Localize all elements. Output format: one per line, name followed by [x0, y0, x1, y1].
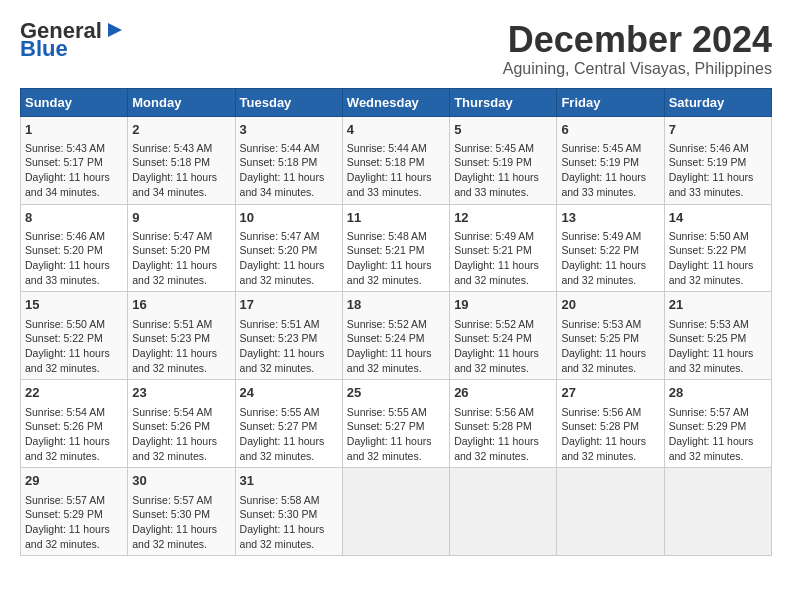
sunrise-label: Sunrise: 5:50 AM [669, 230, 749, 242]
table-row: 31Sunrise: 5:58 AMSunset: 5:30 PMDayligh… [235, 468, 342, 556]
day-number: 6 [561, 121, 659, 139]
day-number: 4 [347, 121, 445, 139]
day-number: 28 [669, 384, 767, 402]
table-row: 28Sunrise: 5:57 AMSunset: 5:29 PMDayligh… [664, 380, 771, 468]
daylight-label: Daylight: 11 hours and 32 minutes. [347, 347, 432, 374]
daylight-label: Daylight: 11 hours and 32 minutes. [669, 435, 754, 462]
table-row: 29Sunrise: 5:57 AMSunset: 5:29 PMDayligh… [21, 468, 128, 556]
daylight-label: Daylight: 11 hours and 34 minutes. [132, 171, 217, 198]
daylight-label: Daylight: 11 hours and 32 minutes. [454, 259, 539, 286]
daylight-label: Daylight: 11 hours and 32 minutes. [561, 259, 646, 286]
daylight-label: Daylight: 11 hours and 33 minutes. [347, 171, 432, 198]
sunrise-label: Sunrise: 5:52 AM [454, 318, 534, 330]
table-row [342, 468, 449, 556]
sunrise-label: Sunrise: 5:46 AM [25, 230, 105, 242]
sunset-label: Sunset: 5:23 PM [240, 332, 318, 344]
calendar-body: 1Sunrise: 5:43 AMSunset: 5:17 PMDaylight… [21, 116, 772, 556]
table-row: 14Sunrise: 5:50 AMSunset: 5:22 PMDayligh… [664, 204, 771, 292]
header-monday: Monday [128, 88, 235, 116]
day-number: 12 [454, 209, 552, 227]
table-row: 26Sunrise: 5:56 AMSunset: 5:28 PMDayligh… [450, 380, 557, 468]
header-friday: Friday [557, 88, 664, 116]
sunset-label: Sunset: 5:18 PM [347, 156, 425, 168]
logo-line2: Blue [20, 38, 68, 60]
daylight-label: Daylight: 11 hours and 32 minutes. [669, 259, 754, 286]
sunset-label: Sunset: 5:24 PM [454, 332, 532, 344]
day-number: 15 [25, 296, 123, 314]
table-row: 1Sunrise: 5:43 AMSunset: 5:17 PMDaylight… [21, 116, 128, 204]
sunrise-label: Sunrise: 5:55 AM [240, 406, 320, 418]
calendar-table: Sunday Monday Tuesday Wednesday Thursday… [20, 88, 772, 557]
header-wednesday: Wednesday [342, 88, 449, 116]
logo-arrow-icon [104, 19, 126, 41]
daylight-label: Daylight: 11 hours and 32 minutes. [669, 347, 754, 374]
sunrise-label: Sunrise: 5:58 AM [240, 494, 320, 506]
daylight-label: Daylight: 11 hours and 32 minutes. [347, 259, 432, 286]
sunset-label: Sunset: 5:20 PM [132, 244, 210, 256]
sunrise-label: Sunrise: 5:47 AM [132, 230, 212, 242]
table-row: 8Sunrise: 5:46 AMSunset: 5:20 PMDaylight… [21, 204, 128, 292]
day-number: 7 [669, 121, 767, 139]
sunset-label: Sunset: 5:19 PM [669, 156, 747, 168]
daylight-label: Daylight: 11 hours and 32 minutes. [132, 259, 217, 286]
table-row [557, 468, 664, 556]
day-number: 23 [132, 384, 230, 402]
day-number: 10 [240, 209, 338, 227]
sunset-label: Sunset: 5:25 PM [561, 332, 639, 344]
sunrise-label: Sunrise: 5:52 AM [347, 318, 427, 330]
table-row: 30Sunrise: 5:57 AMSunset: 5:30 PMDayligh… [128, 468, 235, 556]
daylight-label: Daylight: 11 hours and 32 minutes. [132, 523, 217, 550]
header-saturday: Saturday [664, 88, 771, 116]
day-number: 13 [561, 209, 659, 227]
header-sunday: Sunday [21, 88, 128, 116]
table-row: 21Sunrise: 5:53 AMSunset: 5:25 PMDayligh… [664, 292, 771, 380]
table-row: 25Sunrise: 5:55 AMSunset: 5:27 PMDayligh… [342, 380, 449, 468]
daylight-label: Daylight: 11 hours and 32 minutes. [25, 347, 110, 374]
sunrise-label: Sunrise: 5:49 AM [561, 230, 641, 242]
table-row: 7Sunrise: 5:46 AMSunset: 5:19 PMDaylight… [664, 116, 771, 204]
calendar-subtitle: Aguining, Central Visayas, Philippines [503, 60, 772, 78]
sunrise-label: Sunrise: 5:53 AM [561, 318, 641, 330]
sunrise-label: Sunrise: 5:50 AM [25, 318, 105, 330]
table-row: 4Sunrise: 5:44 AMSunset: 5:18 PMDaylight… [342, 116, 449, 204]
table-row: 18Sunrise: 5:52 AMSunset: 5:24 PMDayligh… [342, 292, 449, 380]
daylight-label: Daylight: 11 hours and 32 minutes. [25, 523, 110, 550]
sunrise-label: Sunrise: 5:43 AM [132, 142, 212, 154]
daylight-label: Daylight: 11 hours and 32 minutes. [347, 435, 432, 462]
day-number: 1 [25, 121, 123, 139]
day-number: 29 [25, 472, 123, 490]
daylight-label: Daylight: 11 hours and 32 minutes. [454, 347, 539, 374]
sunset-label: Sunset: 5:21 PM [347, 244, 425, 256]
sunrise-label: Sunrise: 5:51 AM [240, 318, 320, 330]
day-number: 19 [454, 296, 552, 314]
header-row: Sunday Monday Tuesday Wednesday Thursday… [21, 88, 772, 116]
sunrise-label: Sunrise: 5:51 AM [132, 318, 212, 330]
table-row: 15Sunrise: 5:50 AMSunset: 5:22 PMDayligh… [21, 292, 128, 380]
sunrise-label: Sunrise: 5:55 AM [347, 406, 427, 418]
sunrise-label: Sunrise: 5:56 AM [454, 406, 534, 418]
sunrise-label: Sunrise: 5:54 AM [25, 406, 105, 418]
table-row: 5Sunrise: 5:45 AMSunset: 5:19 PMDaylight… [450, 116, 557, 204]
day-number: 16 [132, 296, 230, 314]
day-number: 25 [347, 384, 445, 402]
daylight-label: Daylight: 11 hours and 33 minutes. [454, 171, 539, 198]
header: General Blue December 2024 Aguining, Cen… [20, 20, 772, 78]
sunset-label: Sunset: 5:25 PM [669, 332, 747, 344]
table-row: 23Sunrise: 5:54 AMSunset: 5:26 PMDayligh… [128, 380, 235, 468]
day-number: 8 [25, 209, 123, 227]
day-number: 31 [240, 472, 338, 490]
table-row: 16Sunrise: 5:51 AMSunset: 5:23 PMDayligh… [128, 292, 235, 380]
table-row: 24Sunrise: 5:55 AMSunset: 5:27 PMDayligh… [235, 380, 342, 468]
calendar-week-row: 8Sunrise: 5:46 AMSunset: 5:20 PMDaylight… [21, 204, 772, 292]
table-row: 11Sunrise: 5:48 AMSunset: 5:21 PMDayligh… [342, 204, 449, 292]
day-number: 9 [132, 209, 230, 227]
daylight-label: Daylight: 11 hours and 32 minutes. [240, 523, 325, 550]
sunrise-label: Sunrise: 5:57 AM [669, 406, 749, 418]
calendar-header: Sunday Monday Tuesday Wednesday Thursday… [21, 88, 772, 116]
day-number: 20 [561, 296, 659, 314]
daylight-label: Daylight: 11 hours and 33 minutes. [25, 259, 110, 286]
sunset-label: Sunset: 5:19 PM [454, 156, 532, 168]
sunrise-label: Sunrise: 5:57 AM [25, 494, 105, 506]
day-number: 17 [240, 296, 338, 314]
table-row: 22Sunrise: 5:54 AMSunset: 5:26 PMDayligh… [21, 380, 128, 468]
